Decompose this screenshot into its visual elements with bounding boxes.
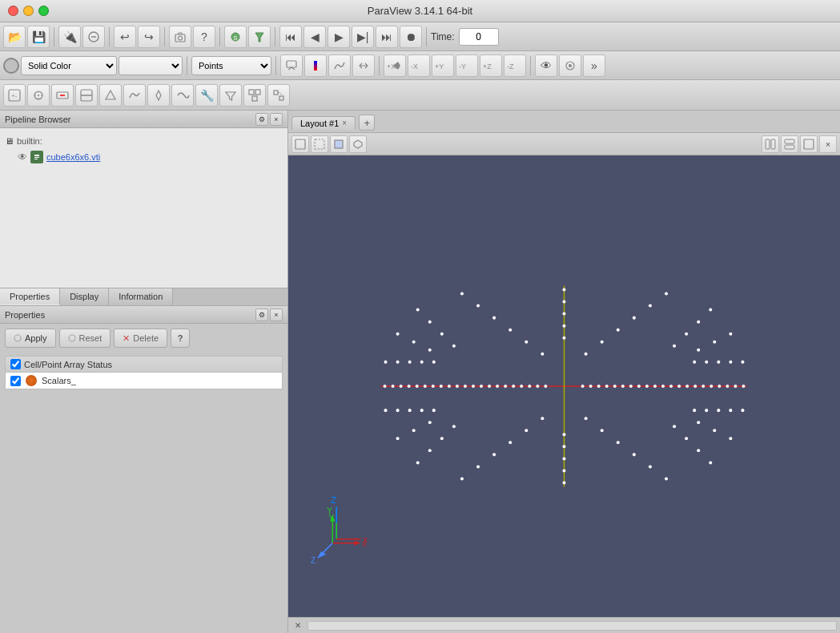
svg-point-157 bbox=[645, 385, 649, 388]
select-cells-button[interactable] bbox=[330, 135, 348, 153]
prev-frame-button[interactable]: ◀ bbox=[303, 26, 326, 48]
apply-button[interactable]: Apply bbox=[5, 329, 56, 348]
scalars-checkbox[interactable] bbox=[10, 376, 21, 386]
split-h-button[interactable] bbox=[762, 135, 779, 153]
file-row[interactable]: 👁 cube6x6x6.vti bbox=[5, 149, 283, 165]
maximize-button[interactable] bbox=[38, 6, 49, 16]
redo-button[interactable]: ↪ bbox=[138, 26, 160, 48]
svg-point-71 bbox=[633, 453, 636, 456]
color-swatch[interactable] bbox=[3, 58, 19, 74]
wrench-icon[interactable]: 🔧 bbox=[195, 84, 218, 107]
help-button[interactable]: ? bbox=[193, 26, 215, 48]
properties-close-button[interactable]: × bbox=[270, 308, 283, 321]
group-icon[interactable] bbox=[243, 84, 266, 107]
split-v-button[interactable] bbox=[781, 135, 798, 153]
svg-text:-Y: -Y bbox=[459, 62, 466, 71]
minimize-button[interactable] bbox=[23, 6, 34, 16]
svg-rect-30 bbox=[34, 157, 39, 158]
disconnect-button[interactable] bbox=[82, 26, 105, 48]
svg-point-111 bbox=[693, 409, 696, 412]
playback-end-button[interactable]: ⏭ bbox=[376, 26, 398, 48]
more-icon-btn[interactable]: » bbox=[583, 54, 605, 77]
slice-icon[interactable] bbox=[99, 84, 122, 107]
transform-icon[interactable] bbox=[267, 84, 290, 107]
pipeline-settings-button[interactable]: ⚙ bbox=[255, 113, 268, 126]
svg-point-92 bbox=[452, 345, 456, 348]
select-points-button[interactable] bbox=[311, 135, 328, 153]
properties-settings-button[interactable]: ⚙ bbox=[255, 308, 268, 321]
glyph-icon[interactable] bbox=[147, 84, 170, 107]
svg-text:+-: +- bbox=[11, 92, 18, 99]
svg-point-155 bbox=[629, 385, 633, 388]
rescale-icon[interactable] bbox=[280, 54, 303, 77]
help-button[interactable]: ? bbox=[171, 329, 190, 348]
split-max-button[interactable] bbox=[800, 135, 818, 153]
orient-neg-z-icon[interactable]: -Z bbox=[504, 54, 526, 77]
bottom-scrollbar[interactable] bbox=[307, 621, 837, 631]
tab-information[interactable]: Information bbox=[109, 288, 173, 305]
eye-icon[interactable]: 👁 bbox=[18, 151, 27, 163]
filter-button[interactable] bbox=[248, 26, 271, 48]
tab-display[interactable]: Display bbox=[60, 288, 109, 305]
playback-start-button[interactable]: ⏮ bbox=[279, 26, 302, 48]
close-view-button[interactable]: × bbox=[819, 135, 837, 153]
layout-tab[interactable]: Layout #1 × bbox=[291, 116, 356, 130]
pipeline-close-button[interactable]: × bbox=[270, 113, 283, 126]
open-button[interactable]: 📂 bbox=[3, 26, 26, 48]
properties-header-buttons[interactable]: ⚙ × bbox=[255, 308, 283, 321]
reset-button[interactable]: Reset bbox=[59, 329, 111, 348]
pipeline-header-buttons[interactable]: ⚙ × bbox=[255, 113, 283, 126]
record-button[interactable]: ⏺ bbox=[400, 26, 422, 48]
extract-icon[interactable] bbox=[27, 84, 50, 107]
orient-neg-y-icon[interactable]: -Y bbox=[456, 54, 478, 77]
svg-point-110 bbox=[729, 437, 732, 440]
filter2-icon[interactable] bbox=[219, 84, 242, 107]
stream-icon[interactable] bbox=[171, 84, 194, 107]
orient-x-icon[interactable]: +X bbox=[384, 54, 406, 77]
orient-z-icon[interactable]: +Z bbox=[480, 54, 502, 77]
render-mode-select[interactable]: Points bbox=[191, 56, 271, 75]
save-button[interactable]: 💾 bbox=[27, 26, 50, 48]
color-select[interactable]: Solid Color bbox=[21, 56, 117, 75]
orient-y-icon[interactable]: +Y bbox=[432, 54, 454, 77]
pipeline-area: 🖥 builtin: 👁 cube6x6x6.vti bbox=[0, 128, 287, 288]
window-controls[interactable] bbox=[8, 6, 49, 16]
play-button[interactable]: ▶ bbox=[328, 26, 350, 48]
source-button[interactable]: S bbox=[224, 26, 247, 48]
orient-neg-x-icon[interactable]: -X bbox=[408, 54, 430, 77]
close-button[interactable] bbox=[8, 6, 18, 16]
file-name[interactable]: cube6x6x6.vti bbox=[46, 152, 100, 162]
threshold-icon[interactable] bbox=[51, 84, 74, 107]
svg-point-142 bbox=[432, 385, 435, 388]
scalar-bar-icon[interactable] bbox=[304, 54, 327, 77]
time-label: Time: bbox=[431, 31, 455, 42]
svg-point-153 bbox=[613, 385, 617, 388]
layout-tab-close[interactable]: × bbox=[342, 119, 347, 127]
svg-rect-25 bbox=[252, 96, 257, 101]
svg-rect-24 bbox=[255, 90, 260, 95]
render-area[interactable]: Z Y x Y x Z bbox=[288, 155, 840, 617]
calculator-icon[interactable]: +- bbox=[3, 84, 26, 107]
invert-cmap-icon[interactable] bbox=[352, 54, 375, 77]
time-input[interactable] bbox=[459, 28, 499, 46]
contour-icon[interactable] bbox=[123, 84, 146, 107]
connect-button[interactable]: 🔌 bbox=[58, 26, 81, 48]
svg-point-106 bbox=[697, 449, 700, 452]
bottom-close-button[interactable]: ✕ bbox=[291, 619, 304, 632]
edit-cmap-icon[interactable] bbox=[328, 54, 351, 77]
clip-icon[interactable] bbox=[75, 84, 98, 107]
eye-icon-btn[interactable]: 👁 bbox=[535, 54, 557, 77]
select-surface-button[interactable] bbox=[291, 135, 309, 153]
delete-button[interactable]: ✕ Delete bbox=[114, 329, 167, 348]
camera-button[interactable] bbox=[169, 26, 191, 48]
representation-select[interactable] bbox=[119, 56, 183, 75]
next-frame-button[interactable]: ▶| bbox=[352, 26, 374, 48]
svg-point-48 bbox=[562, 312, 565, 316]
add-layout-button[interactable]: + bbox=[359, 115, 375, 131]
undo-button[interactable]: ↩ bbox=[114, 26, 136, 48]
array-status-checkbox[interactable] bbox=[10, 359, 21, 369]
rotate-icon-btn[interactable] bbox=[559, 54, 581, 77]
svg-rect-23 bbox=[249, 90, 254, 95]
select-block-button[interactable] bbox=[349, 135, 367, 153]
tab-properties[interactable]: Properties bbox=[0, 288, 60, 305]
